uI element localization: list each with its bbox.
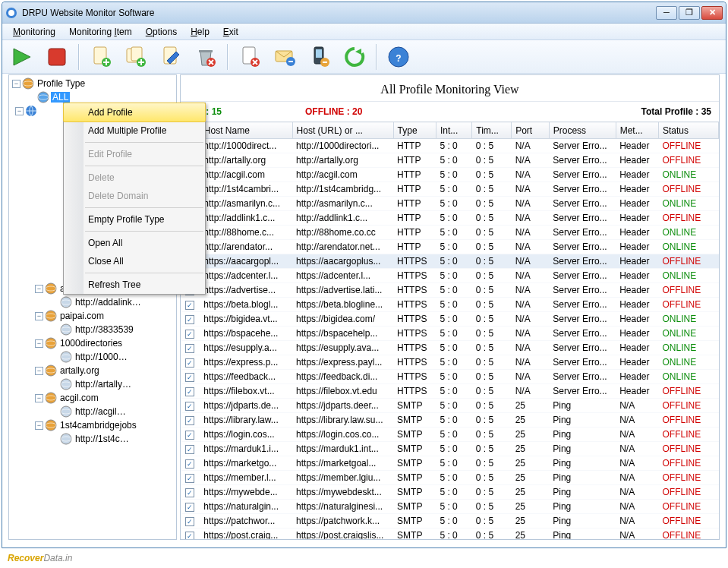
- table-row[interactable]: ✓https://jdparts.de...https://jdparts.de…: [181, 399, 719, 413]
- row-checkbox[interactable]: ✓: [185, 517, 194, 526]
- menu-item-empty-profile-type[interactable]: Empty Profile Type: [64, 210, 205, 229]
- menu-item-close-all[interactable]: Close All: [64, 252, 205, 270]
- delete-button[interactable]: [192, 43, 219, 71]
- col-8[interactable]: Met...: [616, 122, 658, 139]
- menu-exit[interactable]: Exit: [217, 25, 244, 39]
- row-checkbox[interactable]: ✓: [185, 315, 194, 324]
- tree-expander[interactable]: −: [35, 339, 43, 348]
- mail-button[interactable]: [271, 43, 298, 71]
- monitoring-table-wrap[interactable]: Host NameHost (URL) or ...TypeInt...Tim.…: [181, 121, 719, 539]
- tree-expander[interactable]: −: [35, 285, 43, 293]
- table-row[interactable]: ✓https://patchwor...https://patchwork.k.…: [181, 514, 719, 529]
- menu-item-refresh-tree[interactable]: Refresh Tree: [64, 276, 205, 294]
- tree-domain[interactable]: −acgil.com: [11, 391, 175, 405]
- row-checkbox[interactable]: ✓: [185, 301, 194, 310]
- menu-monitoring-item[interactable]: Monitoring Item: [63, 25, 138, 39]
- row-checkbox[interactable]: ✓: [185, 459, 194, 469]
- table-row[interactable]: ✓https://bigidea.vt...https://bigidea.co…: [181, 312, 719, 327]
- table-row[interactable]: ✓http://addlink1.c...http://addlink1.c..…: [181, 211, 719, 226]
- table-row[interactable]: ✓https://member.l...https://member.lgiu.…: [181, 471, 719, 485]
- table-row[interactable]: ✓http://acgil.comhttp://acgil.comHTTP5 :…: [181, 168, 719, 182]
- table-row[interactable]: ✓http://1st4cambri...http://1st4cambridg…: [181, 182, 719, 197]
- table-row[interactable]: ✓http://88home.c...http://88home.co.ccHT…: [181, 226, 719, 240]
- report-button[interactable]: [236, 43, 263, 71]
- tree-root[interactable]: −Profile Type: [11, 77, 175, 90]
- table-row[interactable]: ✓http://artally.orghttp://artally.orgHTT…: [181, 153, 719, 168]
- row-checkbox[interactable]: ✓: [185, 503, 194, 512]
- table-row[interactable]: ✓https://express.p...https://express.pay…: [181, 355, 719, 370]
- menu-item-add-multiple-profile[interactable]: Add Multiple Profile: [64, 121, 205, 140]
- tree-url[interactable]: http://acgil…: [11, 405, 175, 418]
- table-row[interactable]: ✓https://filebox.vt...https://filebox.vt…: [181, 384, 719, 399]
- table-row[interactable]: ✓https://post.craig...https://post.craig…: [181, 529, 719, 540]
- table-row[interactable]: ✓http://arendator...http://arendator.net…: [181, 240, 719, 254]
- table-row[interactable]: ✓https://bspacehe...https://bspacehelp..…: [181, 327, 719, 341]
- table-row[interactable]: ✓https://adcenter.l...https://adcenter.l…: [181, 269, 719, 283]
- tree-expander[interactable]: −: [15, 107, 24, 115]
- stop-button[interactable]: [43, 43, 71, 71]
- row-checkbox[interactable]: ✓: [185, 373, 194, 382]
- col-7[interactable]: Process: [549, 122, 616, 139]
- row-checkbox[interactable]: ✓: [185, 445, 194, 454]
- table-row[interactable]: ✓https://beta.blogl...https://beta.blogl…: [181, 298, 719, 312]
- table-row[interactable]: ✓https://login.cos...https://login.cos.c…: [181, 428, 719, 442]
- row-checkbox[interactable]: ✓: [185, 488, 194, 497]
- edit-button[interactable]: [157, 43, 184, 71]
- tree-expander[interactable]: −: [12, 80, 20, 88]
- close-button[interactable]: ✕: [701, 6, 723, 20]
- menu-options[interactable]: Options: [140, 25, 183, 39]
- tree-domain[interactable]: −1000directories: [11, 336, 175, 350]
- play-button[interactable]: [8, 43, 36, 71]
- tree-url[interactable]: http://1000…: [11, 350, 175, 364]
- tree-url[interactable]: http://addalink…: [11, 295, 175, 309]
- tree-domain[interactable]: −artally.org: [11, 364, 175, 377]
- table-row[interactable]: ✓https://marduk1.i...https://marduk1.int…: [181, 442, 719, 456]
- tree-url[interactable]: http://3833539: [11, 323, 175, 336]
- tree-domain[interactable]: −paipai.com: [11, 309, 175, 323]
- row-checkbox[interactable]: ✓: [185, 344, 194, 353]
- help-button[interactable]: ?: [385, 43, 412, 71]
- row-checkbox[interactable]: ✓: [185, 416, 194, 425]
- restore-button[interactable]: ❐: [679, 6, 700, 20]
- table-row[interactable]: ✓https://advertise...https://advertise.l…: [181, 283, 719, 298]
- menu-help[interactable]: Help: [184, 25, 216, 39]
- row-checkbox[interactable]: ✓: [185, 431, 194, 440]
- col-4[interactable]: Int...: [436, 122, 471, 139]
- row-checkbox[interactable]: ✓: [185, 330, 194, 339]
- tree-expander[interactable]: −: [35, 394, 43, 402]
- row-checkbox[interactable]: ✓: [185, 474, 194, 483]
- table-row[interactable]: ✓http://asmarilyn.c...http://asmarilyn.c…: [181, 197, 719, 211]
- menu-item-add-profile[interactable]: Add Profile: [63, 103, 206, 122]
- tree-expander[interactable]: −: [35, 367, 43, 375]
- table-row[interactable]: ✓https://aacargopl...https://aacargoplus…: [181, 254, 719, 269]
- row-checkbox[interactable]: ✓: [185, 402, 194, 411]
- col-9[interactable]: Status: [659, 122, 719, 139]
- col-1[interactable]: Host Name: [200, 122, 292, 139]
- table-row[interactable]: ✓https://esupply.a...https://esupply.ava…: [181, 341, 719, 355]
- tree-url[interactable]: http://1st4c…: [11, 432, 175, 446]
- add-multiple-button[interactable]: [122, 43, 150, 71]
- add-profile-button[interactable]: [87, 43, 115, 71]
- row-checkbox[interactable]: ✓: [185, 358, 194, 368]
- mobile-button[interactable]: [306, 43, 333, 71]
- menu-monitoring[interactable]: Monitoring: [7, 25, 61, 39]
- col-3[interactable]: Type: [393, 122, 436, 139]
- refresh-button[interactable]: [341, 43, 368, 71]
- tree-expander[interactable]: −: [35, 421, 43, 430]
- col-5[interactable]: Tim...: [472, 122, 512, 139]
- table-row[interactable]: ✓https://mywebde...https://mywebdeskt...…: [181, 485, 719, 500]
- table-row[interactable]: ✓https://feedback...https://feedback.di.…: [181, 370, 719, 384]
- table-row[interactable]: ✓http://1000direct...http://1000director…: [181, 139, 719, 153]
- tree-expander[interactable]: −: [35, 312, 43, 320]
- col-6[interactable]: Port: [512, 122, 550, 139]
- minimize-button[interactable]: ─: [656, 6, 677, 20]
- table-row[interactable]: ✓https://marketgo...https://marketgoal..…: [181, 456, 719, 471]
- row-checkbox[interactable]: ✓: [185, 532, 194, 539]
- tree-domain[interactable]: −1st4cambridgejobs: [11, 418, 175, 432]
- row-checkbox[interactable]: ✓: [185, 387, 194, 396]
- menu-item-open-all[interactable]: Open All: [64, 234, 205, 252]
- col-2[interactable]: Host (URL) or ...: [292, 122, 393, 139]
- tree-url[interactable]: http://artally…: [11, 377, 175, 391]
- table-row[interactable]: ✓https://naturalgin...https://naturalgin…: [181, 500, 719, 514]
- table-row[interactable]: ✓https://library.law...https://library.l…: [181, 413, 719, 428]
